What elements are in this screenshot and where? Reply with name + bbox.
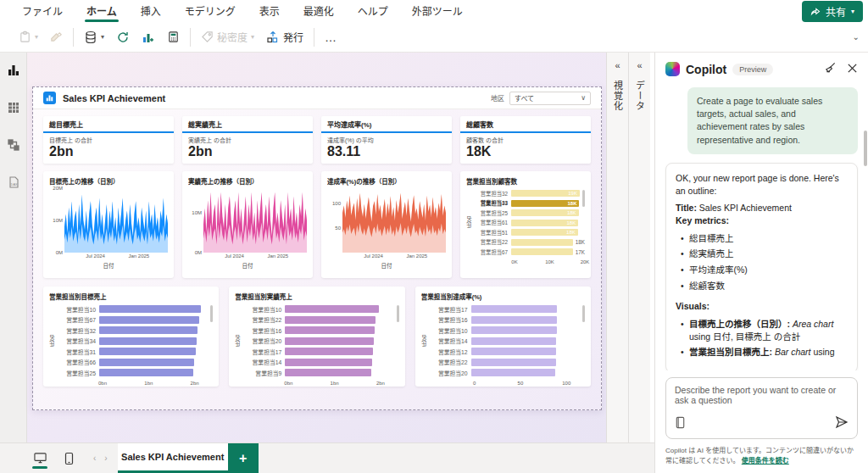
kpi-card[interactable]: 平均達成率(%)達成率(%) の平均83.11 [321, 116, 452, 164]
chart-actual-by-rep[interactable]: 営業担当別実績売上氏名営業担当10営業担当22営業担当16営業担当20営業担当1… [229, 287, 404, 387]
menu-item-4[interactable]: モデリング [175, 0, 246, 22]
menu-item-8[interactable]: 外部ツール [402, 0, 473, 22]
copilot-conversation[interactable]: Create a page to evaluate sales targets,… [655, 84, 868, 370]
response-intro: OK, your new report page is done. Here's… [676, 172, 848, 197]
publish-button[interactable]: 発行 [266, 30, 303, 44]
page-tab[interactable]: Sales KPI Achievement [118, 443, 228, 473]
bar-row[interactable]: 営業担当32 [57, 325, 213, 336]
bar-row[interactable]: 営業担当31 [57, 346, 213, 357]
slicer-dropdown[interactable]: すべて ∨ [509, 92, 591, 105]
new-visual-button[interactable] [142, 31, 155, 44]
more-options-label: … [325, 31, 337, 44]
more-options-button[interactable]: … [325, 31, 337, 44]
report-view-icon[interactable] [6, 63, 21, 78]
bar-row[interactable]: 営業担当3318K [474, 198, 585, 209]
bar-row[interactable]: 営業担当6118K [474, 218, 585, 228]
kpi-card[interactable]: 総目標売上目標売上 の合計2bn [43, 116, 174, 164]
chart-title: 実績売上の推移（日別） [188, 176, 307, 186]
bar-row[interactable]: 営業担当10 [57, 303, 213, 314]
mobile-view-button[interactable] [54, 443, 83, 473]
chart-customers-by-rep[interactable]: 営業担当別顧客数氏名営業担当3219K営業担当3318K営業担当2518K営業担… [460, 171, 591, 278]
prompt-guide-icon[interactable] [675, 416, 686, 432]
chart-target-by-rep[interactable]: 営業担当別目標売上氏名営業担当10営業担当67営業担当32営業担当34営業担当3… [43, 287, 219, 387]
bar-row[interactable]: 営業担当9 [242, 367, 398, 378]
expand-panel-icon[interactable]: « [615, 61, 620, 70]
bar-row[interactable]: 営業担当14 [242, 357, 398, 368]
bar-rows: 営業担当10営業担当67営業担当32営業担当34営業担当31営業担当66営業担当… [57, 303, 213, 378]
sensitivity-tag-icon [201, 31, 214, 43]
scrollbar-thumb[interactable] [582, 305, 585, 322]
chart-rate-trend[interactable]: 達成率(%)の推移（日別）50100Jul 2024Jan 2025日付 [321, 171, 452, 278]
scrollbar-thumb[interactable] [864, 131, 867, 166]
table-view-icon[interactable] [6, 100, 21, 115]
paste-button[interactable]: ▾ [19, 31, 38, 43]
get-data-button[interactable]: ▾ [84, 31, 104, 44]
report-page[interactable]: Sales KPI Achievement 地区 すべて ∨ 総目標売上目標売上… [32, 86, 602, 410]
menu-item-3[interactable]: 挿入 [131, 0, 171, 22]
new-page-button[interactable]: + [228, 443, 259, 473]
previous-page-icon[interactable]: ‹ [93, 454, 96, 463]
report-canvas[interactable]: Sales KPI Achievement 地区 すべて ∨ 総目標売上目標売上… [27, 53, 606, 442]
scrollbar-thumb[interactable] [397, 305, 399, 322]
menu-item-1[interactable]: ファイル [12, 0, 73, 22]
collapse-ribbon-button[interactable]: ⌄ [853, 32, 860, 42]
copilot-prompt-input[interactable] [675, 385, 849, 410]
dax-query-view-icon[interactable]: DAX [6, 175, 21, 190]
bar-row[interactable]: 営業担当5118K [474, 227, 585, 237]
share-button[interactable]: 共有 ▾ [802, 1, 863, 22]
terms-link[interactable]: 使用条件を読む [742, 457, 789, 465]
bar-row[interactable]: 営業担当3219K [474, 188, 585, 198]
bar-row[interactable]: 営業担当17 [242, 346, 398, 357]
area-chart-svg [203, 188, 307, 253]
menu-item-7[interactable]: ヘルプ [348, 0, 398, 22]
model-view-icon[interactable] [6, 137, 21, 153]
menu-item-2[interactable]: ホーム [76, 0, 127, 22]
clear-chat-icon[interactable] [824, 61, 837, 77]
menu-item-6[interactable]: 最適化 [293, 0, 344, 22]
bar-row[interactable]: 営業担当6717K [474, 247, 585, 257]
chart-rate-by-rep[interactable]: 営業担当別達成率(%)氏名営業担当17営業担当16営業担当10営業担当14営業担… [415, 287, 591, 387]
metric-item: 総顧客数 [681, 280, 848, 292]
desktop-view-button[interactable] [25, 443, 54, 473]
bar-row[interactable]: 営業担当17 [429, 303, 585, 314]
sensitivity-button[interactable]: 秘密度 ▾ [201, 30, 254, 44]
bar-row[interactable]: 営業担当14 [429, 336, 585, 347]
new-measure-button[interactable] [167, 31, 180, 43]
bar-row[interactable]: 営業担当2218K [474, 237, 585, 248]
scrollbar-thumb[interactable] [210, 305, 213, 322]
refresh-button[interactable] [116, 31, 130, 44]
bar-row[interactable]: 営業担当12 [429, 346, 585, 357]
kpi-card[interactable]: 総実績売上実績売上 の合計2bn [182, 116, 313, 164]
bar-row[interactable]: 営業担当16 [242, 325, 398, 336]
bar-row[interactable]: 営業担当20 [242, 336, 398, 347]
expand-panel-icon[interactable]: « [637, 61, 642, 70]
kpi-title: 総実績売上 [182, 116, 313, 133]
chart-actual-trend[interactable]: 実績売上の推移（日別）0M10MJul 2024Jan 2025日付 [182, 171, 313, 278]
scrollbar-thumb[interactable] [582, 190, 585, 207]
bar-row[interactable]: 営業担当10 [429, 325, 585, 336]
bar-row[interactable]: 営業担当2518K [474, 208, 585, 218]
view-rail: DAX [0, 53, 27, 442]
bar-row[interactable]: 営業担当20 [429, 367, 585, 378]
kpi-card[interactable]: 総顧客数顧客数 の合計18K [460, 116, 591, 164]
bar-category-label: 営業担当10 [429, 326, 471, 335]
next-page-icon[interactable]: › [104, 454, 107, 463]
bar-row[interactable]: 営業担当34 [57, 336, 213, 347]
x-axis-label: 日付 [49, 261, 168, 270]
bar-row[interactable]: 営業担当67 [57, 314, 213, 326]
clipboard-icon [19, 31, 31, 43]
bar-row[interactable]: 営業担当66 [57, 357, 213, 368]
database-icon [84, 31, 97, 44]
bar-row[interactable]: 営業担当25 [57, 367, 213, 378]
chart-target-trend[interactable]: 目標売上の推移（日別）0M10M20MJul 2024Jan 2025日付 [43, 171, 174, 278]
bar-row[interactable]: 営業担当10 [242, 303, 398, 314]
bar-row[interactable]: 営業担当22 [242, 314, 398, 326]
kpi-value: 2bn [49, 144, 168, 159]
bar-row[interactable]: 営業担当16 [429, 314, 585, 326]
menu-item-5[interactable]: 表示 [249, 0, 290, 22]
format-painter-button[interactable] [50, 31, 63, 43]
new-visual-icon [142, 31, 155, 44]
bar-row[interactable]: 営業担当22 [429, 357, 585, 368]
close-icon[interactable] [847, 62, 858, 77]
send-icon[interactable] [835, 415, 849, 432]
